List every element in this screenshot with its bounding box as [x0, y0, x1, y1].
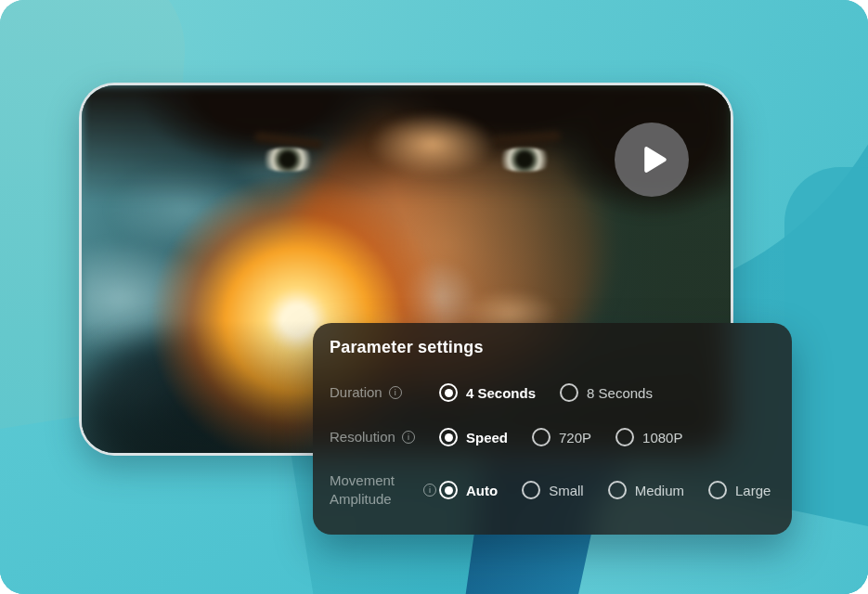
radio-icon	[522, 481, 540, 499]
page-canvas: Parameter settings Duration 4 Seconds 8 …	[0, 0, 868, 594]
movement-amplitude-label: Movement Amplitude	[330, 471, 417, 509]
param-row-resolution: Resolution Speed 720P 1080P	[330, 424, 773, 450]
option-speed[interactable]: Speed	[439, 428, 508, 446]
radio-icon	[532, 428, 551, 446]
option-medium[interactable]: Medium	[608, 481, 684, 499]
radio-icon	[560, 383, 578, 402]
play-icon	[643, 146, 667, 174]
param-row-movement-amplitude: Movement Amplitude Auto Small Medium	[330, 469, 773, 511]
option-auto[interactable]: Auto	[439, 481, 498, 499]
movement-amplitude-label-group: Movement Amplitude	[330, 471, 439, 509]
duration-label-group: Duration	[330, 383, 439, 402]
option-8-seconds[interactable]: 8 Seconds	[560, 383, 653, 402]
radio-icon	[615, 428, 634, 446]
radio-selected-icon	[439, 428, 458, 446]
param-row-duration: Duration 4 Seconds 8 Seconds	[330, 380, 773, 406]
option-large[interactable]: Large	[708, 481, 771, 499]
resolution-options: Speed 720P 1080P	[439, 428, 682, 446]
info-icon[interactable]	[423, 484, 436, 497]
panel-title: Parameter settings	[330, 338, 773, 357]
option-4-seconds[interactable]: 4 Seconds	[439, 383, 536, 402]
radio-selected-icon	[439, 383, 458, 402]
radio-icon	[608, 481, 627, 499]
radio-icon	[708, 481, 727, 499]
option-small[interactable]: Small	[522, 481, 584, 499]
parameter-settings-panel: Parameter settings Duration 4 Seconds 8 …	[313, 323, 792, 535]
radio-selected-icon	[439, 481, 458, 499]
play-button[interactable]	[615, 123, 689, 197]
info-icon[interactable]	[402, 431, 415, 444]
option-1080p[interactable]: 1080P	[615, 428, 682, 446]
resolution-label: Resolution	[330, 428, 395, 446]
duration-label: Duration	[330, 383, 382, 402]
duration-options: 4 Seconds 8 Seconds	[439, 383, 653, 402]
option-720p[interactable]: 720P	[532, 428, 591, 446]
movement-amplitude-options: Auto Small Medium Large	[439, 481, 771, 499]
info-icon[interactable]	[389, 386, 402, 399]
resolution-label-group: Resolution	[330, 428, 439, 446]
